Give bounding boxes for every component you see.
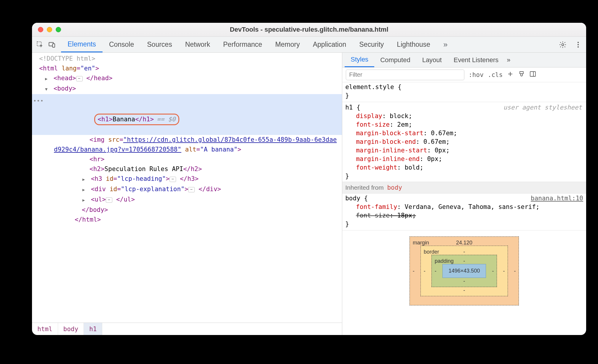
main-tabstrip: Elements Console Sources Network Perform… [32, 37, 586, 53]
styles-filter-input[interactable] [346, 70, 464, 80]
dom-ul[interactable]: <ul>⋯ </ul> [32, 195, 342, 205]
dom-img[interactable]: <img src="https://cdn.glitch.global/87b4… [32, 135, 342, 154]
dom-html-open[interactable]: <html lang="en"> [32, 64, 342, 73]
source-link[interactable]: banana.html:10 [531, 194, 583, 203]
element-style-rule[interactable]: element.style { } [342, 82, 586, 101]
dom-body-open[interactable]: <body> [32, 84, 342, 94]
svg-rect-2 [52, 44, 55, 47]
svg-point-4 [578, 42, 579, 43]
dom-h3[interactable]: <h3 id="lcp-heading">⋯ </h3> [32, 174, 342, 184]
subtab-layout[interactable]: Layout [416, 53, 448, 67]
tab-sources[interactable]: Sources [140, 37, 178, 52]
row-actions-icon[interactable]: ••• [33, 96, 44, 106]
expand-arrow-icon[interactable] [45, 73, 50, 84]
kebab-menu-icon[interactable] [573, 40, 583, 50]
dom-div[interactable]: <div id="lcp-explanation">⋯ </div> [32, 184, 342, 195]
box-model-content[interactable]: 1496×43.500 [442, 264, 486, 278]
dom-h2[interactable]: <h2>Speculation Rules API</h2> [32, 164, 342, 174]
new-style-rule-icon[interactable] [507, 70, 514, 79]
window-title: DevTools - speculative-rules.glitch.me/b… [32, 26, 586, 33]
dom-selected-h1[interactable]: ••• <h1>Banana</h1>== $0 [32, 94, 342, 135]
ellipsis-icon[interactable]: ⋯ [188, 187, 195, 192]
subtab-event-listeners[interactable]: Event Listeners [448, 53, 505, 67]
settings-gear-icon[interactable] [558, 40, 568, 50]
main-tabs: Elements Console Sources Network Perform… [61, 37, 452, 52]
styles-rules[interactable]: element.style { } user agent stylesheet … [342, 82, 586, 335]
svg-point-3 [562, 44, 564, 46]
titlebar: DevTools - speculative-rules.glitch.me/b… [32, 23, 586, 37]
selected-node-capsule: <h1>Banana</h1>== $0 [94, 114, 179, 125]
svg-rect-7 [530, 72, 535, 76]
styles-pane: Styles Computed Layout Event Listeners »… [342, 53, 586, 335]
fullscreen-window-button[interactable] [56, 27, 61, 32]
svg-point-6 [578, 46, 579, 47]
dom-html-close[interactable]: </html> [32, 215, 342, 225]
tab-console[interactable]: Console [103, 37, 140, 52]
tab-lighthouse[interactable]: Lighthouse [390, 37, 437, 52]
device-toolbar-icon[interactable] [47, 40, 57, 50]
ellipsis-icon[interactable]: ⋯ [76, 76, 83, 81]
paintbrush-icon[interactable] [518, 70, 525, 79]
tab-security[interactable]: Security [353, 37, 390, 52]
breadcrumb: html body h1 [32, 323, 342, 335]
h1-rule[interactable]: user agent stylesheet h1 { display: bloc… [342, 103, 586, 182]
box-model-margin[interactable]: margin 24.120 - - border - - - - [410, 236, 519, 305]
ellipsis-icon[interactable]: ⋯ [106, 197, 112, 203]
body-rule[interactable]: banana.html:10 body { font-family: Verda… [342, 194, 586, 230]
dom-body-close[interactable]: </body> [32, 205, 342, 215]
expand-arrow-icon[interactable] [82, 174, 87, 184]
tab-network[interactable]: Network [179, 37, 217, 52]
inspect-element-icon[interactable] [35, 40, 45, 50]
tab-application[interactable]: Application [306, 37, 353, 52]
dom-head[interactable]: <head>⋯ </head> [32, 73, 342, 84]
close-window-button[interactable] [38, 27, 43, 32]
user-agent-label: user agent stylesheet [503, 103, 582, 112]
dom-tree[interactable]: <!DOCTYPE html> <html lang="en"> <head>⋯… [32, 53, 342, 323]
ellipsis-icon[interactable]: ⋯ [170, 177, 176, 182]
traffic-lights [38, 27, 61, 32]
subtabs-overflow-icon[interactable]: » [504, 53, 511, 67]
tab-memory[interactable]: Memory [269, 37, 306, 52]
breadcrumb-body[interactable]: body [58, 323, 84, 335]
box-model-padding[interactable]: padding - - - - 1496×43.500 [431, 255, 497, 287]
subtab-computed[interactable]: Computed [374, 53, 416, 67]
subtab-styles[interactable]: Styles [345, 53, 374, 67]
tabs-overflow-icon[interactable]: » [437, 37, 452, 52]
cls-toggle[interactable]: .cls [488, 71, 503, 78]
dom-doctype[interactable]: <!DOCTYPE html> [32, 54, 342, 64]
styles-toolbar: :hov .cls [342, 67, 586, 82]
expand-arrow-icon[interactable] [82, 195, 87, 205]
hov-toggle[interactable]: :hov [469, 71, 484, 78]
svg-point-5 [578, 44, 579, 45]
devtools-window: DevTools - speculative-rules.glitch.me/b… [32, 23, 586, 335]
minimize-window-button[interactable] [47, 27, 52, 32]
tab-elements[interactable]: Elements [61, 37, 103, 52]
padding-label: padding [435, 257, 454, 265]
box-model-border[interactable]: border - - - - padding - - - [420, 246, 508, 296]
dom-hr[interactable]: <hr> [32, 154, 342, 164]
content-split: <!DOCTYPE html> <html lang="en"> <head>⋯… [32, 53, 586, 335]
collapse-arrow-icon[interactable] [45, 84, 50, 94]
expand-arrow-icon[interactable] [82, 184, 87, 195]
breadcrumb-html[interactable]: html [32, 323, 58, 335]
inherited-from-bar: Inherited from body [342, 182, 586, 194]
elements-pane: <!DOCTYPE html> <html lang="en"> <head>⋯… [32, 53, 342, 335]
box-model[interactable]: margin 24.120 - - border - - - - [342, 231, 586, 307]
styles-tabstrip: Styles Computed Layout Event Listeners » [342, 53, 586, 67]
breadcrumb-h1[interactable]: h1 [84, 323, 102, 335]
tab-performance[interactable]: Performance [217, 37, 269, 52]
toggle-computed-sidebar-icon[interactable] [529, 70, 536, 79]
